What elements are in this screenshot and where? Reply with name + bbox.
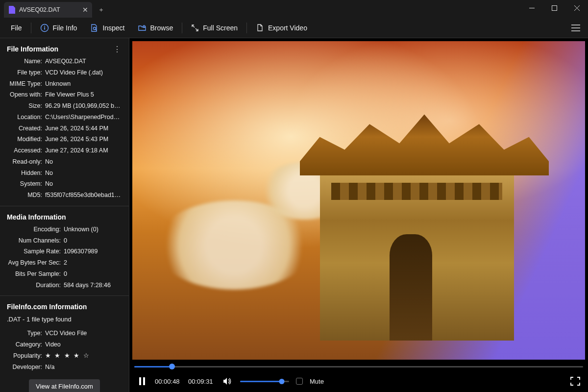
export-icon [256, 24, 264, 32]
info-row: System:No [0, 178, 129, 190]
file-icon [9, 6, 15, 14]
info-label: Name: [0, 57, 45, 66]
close-window-button[interactable] [565, 0, 588, 16]
toolbar: File File Info Inspect Browse Full Scree… [0, 18, 588, 38]
info-label: Accessed: [0, 146, 45, 155]
toolbar-export-video[interactable]: Export Video [250, 21, 313, 35]
pause-button[interactable] [136, 375, 148, 387]
info-label: MIME Type: [0, 79, 45, 89]
info-label: Duration: [0, 281, 64, 290]
info-icon [40, 24, 49, 32]
info-value: June 26, 2024 5:43 PM [45, 135, 122, 144]
info-label: Size: [0, 101, 45, 111]
separator [182, 23, 182, 33]
info-label: Opens with: [0, 90, 45, 99]
info-row: Size:96.29 MB (100,969,052 bytes) [0, 100, 129, 112]
info-row: Category:Video [0, 339, 129, 350]
info-row: Name:AVSEQ02.DAT [0, 56, 129, 67]
info-value: 0 [64, 270, 122, 279]
close-tab-icon[interactable]: ✕ [82, 6, 88, 14]
svg-rect-1 [552, 5, 557, 10]
separator [246, 23, 247, 33]
info-row: Modified:June 26, 2024 5:43 PM [0, 134, 129, 145]
info-row: File type:VCD Video File (.dat) [0, 67, 129, 78]
player-controls: 00:00:48 00:09:31 Mute [129, 370, 588, 392]
toolbar-file-info[interactable]: File Info [34, 21, 83, 35]
section-heading: File Information [0, 42, 65, 56]
video-frame[interactable] [132, 41, 585, 360]
volume-icon[interactable] [221, 375, 233, 387]
time-total: 00:09:31 [188, 378, 215, 385]
video-panel: 00:00:48 00:09:31 Mute [129, 38, 588, 392]
tab-title: AVSEQ02.DAT [19, 6, 60, 13]
section-heading: FileInfo.com Information [0, 300, 129, 314]
info-value: 1096307989 [64, 247, 122, 256]
mute-checkbox[interactable] [296, 378, 303, 385]
seek-bar[interactable] [129, 363, 588, 370]
titlebar: AVSEQ02.DAT ✕ ＋ [0, 0, 588, 18]
svg-line-11 [196, 28, 198, 31]
info-label: Type: [0, 329, 45, 338]
tab-active[interactable]: AVSEQ02.DAT ✕ [4, 2, 92, 18]
info-label: Num Channels: [0, 236, 64, 245]
info-row: Avg Bytes Per Sec:2 [0, 257, 129, 269]
info-row: Type:VCD Video File [0, 328, 129, 339]
info-value: C:\Users\SharpenedProducti... [45, 113, 122, 122]
section-file-information: File Information ⋮ Name:AVSEQ02.DATFile … [0, 38, 129, 206]
menu-file[interactable]: File [5, 21, 28, 35]
info-value: No [45, 179, 122, 189]
info-label: MD5: [0, 191, 45, 200]
info-value: ★ ★ ★ ★ ☆ [45, 351, 122, 361]
svg-rect-6 [44, 27, 45, 29]
fullscreen-video-button[interactable] [569, 375, 581, 387]
info-row: Hidden:No [0, 168, 129, 179]
info-row: Bits Per Sample:0 [0, 269, 129, 280]
svg-point-5 [44, 25, 45, 26]
menu-icon [571, 24, 580, 31]
svg-line-10 [192, 25, 195, 27]
info-label: Encoding: [0, 225, 64, 234]
toolbar-inspect[interactable]: Inspect [84, 21, 130, 35]
info-row: MD5:f535f07cf855e3db0ebad16d67... [0, 190, 129, 201]
info-row: MIME Type:Unknown [0, 78, 129, 90]
info-label: Category: [0, 340, 45, 349]
svg-point-7 [94, 27, 96, 29]
filetype-found-text: .DAT - 1 file type found [0, 314, 129, 323]
info-row: Accessed:June 27, 2024 9:18 AM [0, 145, 129, 156]
info-row: Location:C:\Users\SharpenedProducti... [0, 112, 129, 123]
section-menu-icon[interactable]: ⋮ [111, 43, 123, 56]
view-at-fileinfo-button[interactable]: View at FileInfo.com [29, 379, 100, 392]
info-value: No [45, 169, 122, 178]
maximize-button[interactable] [543, 0, 565, 16]
minimize-button[interactable] [520, 0, 543, 16]
fullscreen-icon [191, 24, 199, 32]
info-value: 0 [64, 236, 122, 245]
sidebar: File Information ⋮ Name:AVSEQ02.DATFile … [0, 38, 129, 392]
info-label: Location: [0, 113, 45, 122]
info-value: June 26, 2024 5:44 PM [45, 124, 122, 133]
info-row: Num Channels:0 [0, 235, 129, 246]
new-tab-button[interactable]: ＋ [92, 2, 110, 18]
toolbar-fullscreen[interactable]: Full Screen [185, 21, 244, 35]
separator [31, 23, 31, 33]
browse-icon [138, 24, 147, 32]
info-row: Developer:N/a [0, 362, 129, 373]
toolbar-browse[interactable]: Browse [132, 21, 179, 35]
inspect-icon [90, 24, 98, 32]
info-row: Popularity:★ ★ ★ ★ ☆ [0, 350, 129, 362]
info-row: Duration:584 days 7:28:46 [0, 280, 129, 291]
info-value: Unknown (0) [64, 225, 122, 234]
volume-slider[interactable] [240, 381, 289, 382]
info-row: Sample Rate:1096307989 [0, 246, 129, 257]
info-label: Created: [0, 124, 45, 133]
mute-label: Mute [310, 378, 324, 385]
svg-rect-15 [139, 377, 141, 385]
info-value: 96.29 MB (100,969,052 bytes) [45, 101, 122, 111]
section-fileinfo-com: FileInfo.com Information .DAT - 1 file t… [0, 296, 129, 392]
info-value: Unknown [45, 79, 122, 89]
info-label: Avg Bytes Per Sec: [0, 258, 64, 268]
info-label: Modified: [0, 135, 45, 144]
info-label: System: [0, 179, 45, 189]
section-media-information: Media Information Encoding:Unknown (0)Nu… [0, 206, 129, 296]
hamburger-menu[interactable] [568, 22, 583, 34]
